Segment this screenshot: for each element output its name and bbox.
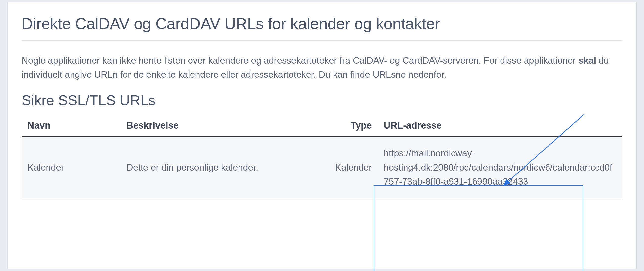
secure-urls-table: Navn Beskrivelse Type URL-adresse Kalend… — [22, 120, 622, 198]
col-header-desc: Beskrivelse — [120, 120, 316, 136]
intro-text-strong: skal — [578, 56, 596, 66]
page-title: Direkte CalDAV og CardDAV URLs for kalen… — [22, 14, 622, 33]
intro-paragraph: Nogle applikationer kan ikke hente liste… — [22, 54, 622, 82]
col-header-type: Type — [316, 120, 378, 136]
cell-type: Kalender — [316, 136, 378, 198]
table-row: Kalender Dette er din personlige kalende… — [22, 136, 622, 198]
cell-url: https://mail.nordicway-hosting4.dk:2080/… — [378, 136, 622, 198]
cell-desc: Dette er din personlige kalender. — [120, 136, 316, 198]
table-header-row: Navn Beskrivelse Type URL-adresse — [22, 120, 622, 136]
col-header-name: Navn — [22, 120, 120, 136]
cell-name: Kalender — [22, 136, 120, 198]
divider — [22, 40, 622, 40]
section-title-secure-urls: Sikre SSL/TLS URLs — [22, 92, 622, 108]
intro-text-prefix: Nogle applikationer kan ikke hente liste… — [22, 56, 578, 66]
content-card: Direkte CalDAV og CardDAV URLs for kalen… — [8, 2, 636, 269]
col-header-url: URL-adresse — [378, 120, 622, 136]
